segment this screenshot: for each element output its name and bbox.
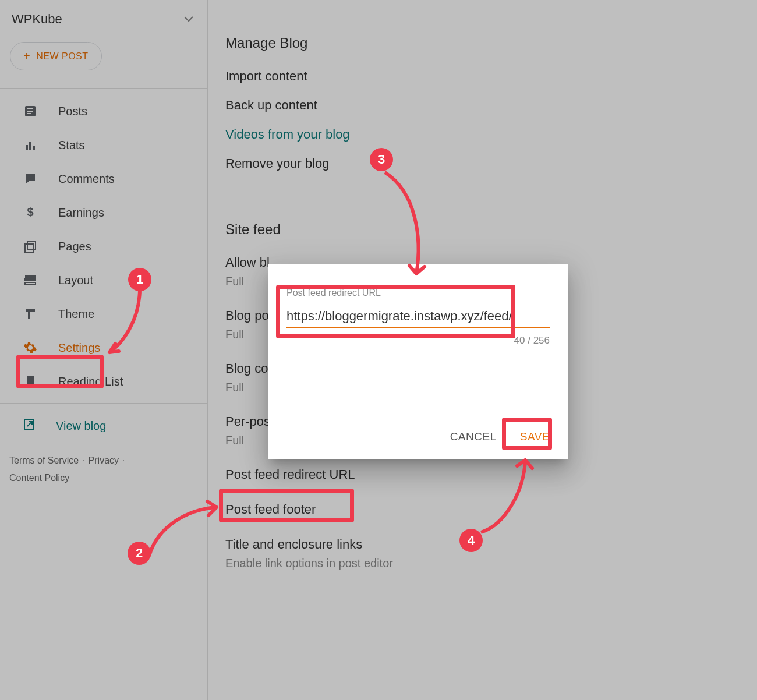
- divider: [0, 88, 207, 89]
- bookmark-icon: [22, 374, 38, 388]
- divider: [0, 403, 207, 404]
- setting-sub: Enable link options in post editor: [225, 557, 393, 570]
- chevron-down-icon: [184, 16, 193, 22]
- plus-icon: +: [23, 50, 30, 63]
- setting-post-feed-footer[interactable]: Post feed footer: [225, 502, 757, 517]
- view-blog-link[interactable]: View blog: [0, 408, 207, 444]
- nav-label: Layout: [58, 274, 93, 287]
- privacy-link[interactable]: Privacy: [89, 455, 119, 465]
- comments-icon: [22, 172, 38, 186]
- site-feed-heading: Site feed: [225, 221, 757, 238]
- dialog-field-label: Post feed redirect URL: [286, 288, 550, 298]
- svg-rect-10: [25, 275, 36, 278]
- blog-title: WPKube: [12, 12, 62, 27]
- nav-list: Posts Stats Comments $ Earnings Pages La…: [0, 94, 207, 398]
- content-policy-link[interactable]: Content Policy: [9, 473, 69, 483]
- dialog-field: Post feed redirect URL 40 / 256: [286, 288, 550, 347]
- setting-label: Post feed footer: [225, 502, 757, 517]
- nav-item-reading-list[interactable]: Reading List: [0, 365, 207, 398]
- nav-label: Stats: [58, 139, 85, 152]
- svg-text:$: $: [27, 206, 33, 218]
- svg-rect-14: [28, 312, 30, 319]
- post-icon: [22, 104, 38, 118]
- pages-icon: [22, 239, 38, 253]
- setting-value: Full: [225, 381, 244, 394]
- setting-title-enclosure[interactable]: Title and enclosure links Enable link op…: [225, 537, 757, 570]
- nav-label: Posts: [58, 105, 87, 118]
- separator-dot: ·: [82, 455, 84, 465]
- nav-item-posts[interactable]: Posts: [0, 94, 207, 128]
- gear-icon: [22, 341, 38, 355]
- nav-item-layout[interactable]: Layout: [0, 263, 207, 297]
- new-post-button[interactable]: + NEW POST: [10, 42, 102, 70]
- terms-link[interactable]: Terms of Service: [9, 455, 79, 465]
- nav-label: Reading List: [58, 375, 123, 388]
- new-post-label: NEW POST: [36, 51, 88, 62]
- svg-rect-4: [26, 145, 28, 150]
- setting-value: Full: [225, 328, 244, 341]
- nav-label: Settings: [58, 341, 100, 355]
- nav-item-earnings[interactable]: $ Earnings: [0, 196, 207, 229]
- nav-item-settings[interactable]: Settings: [0, 331, 207, 365]
- layout-icon: [22, 273, 38, 287]
- nav-label: Earnings: [58, 206, 104, 220]
- svg-rect-9: [25, 244, 33, 252]
- theme-icon: [22, 307, 38, 321]
- videos-link[interactable]: Videos from your blog: [225, 127, 757, 142]
- svg-rect-6: [33, 146, 35, 150]
- nav-label: Pages: [58, 240, 91, 253]
- import-content-link[interactable]: Import content: [225, 69, 757, 84]
- nav-item-stats[interactable]: Stats: [0, 128, 207, 162]
- svg-rect-11: [25, 279, 36, 280]
- nav-item-comments[interactable]: Comments: [0, 162, 207, 196]
- separator-dot: ·: [122, 455, 125, 465]
- save-button[interactable]: SAVE: [520, 430, 550, 443]
- divider: [225, 192, 757, 192]
- external-link-icon: [22, 418, 36, 434]
- post-feed-redirect-dialog: Post feed redirect URL 40 / 256 CANCEL S…: [268, 264, 568, 459]
- svg-rect-5: [29, 142, 31, 150]
- setting-label: Post feed redirect URL: [225, 467, 757, 482]
- cancel-button[interactable]: CANCEL: [450, 430, 497, 443]
- blog-selector[interactable]: WPKube: [0, 0, 207, 36]
- footer-links: Terms of Service·Privacy· Content Policy: [0, 444, 207, 496]
- remove-blog-link[interactable]: Remove your blog: [225, 156, 757, 171]
- nav-item-theme[interactable]: Theme: [0, 297, 207, 331]
- stats-icon: [22, 138, 38, 152]
- dialog-char-counter: 40 / 256: [286, 335, 550, 347]
- backup-content-link[interactable]: Back up content: [225, 98, 757, 113]
- setting-post-feed-redirect[interactable]: Post feed redirect URL: [225, 467, 757, 482]
- setting-value: Full: [225, 434, 244, 447]
- svg-rect-2: [27, 111, 33, 112]
- dialog-actions: CANCEL SAVE: [450, 430, 550, 443]
- svg-rect-12: [25, 282, 36, 285]
- svg-rect-13: [26, 309, 35, 312]
- svg-rect-1: [27, 108, 33, 109]
- view-blog-label: View blog: [56, 419, 106, 433]
- svg-rect-8: [27, 242, 36, 250]
- nav-item-pages[interactable]: Pages: [0, 229, 207, 263]
- setting-label: Title and enclosure links: [225, 537, 757, 552]
- setting-value: Full: [225, 275, 244, 288]
- nav-label: Comments: [58, 172, 115, 186]
- nav-label: Theme: [58, 307, 94, 321]
- svg-rect-3: [27, 113, 31, 114]
- post-feed-redirect-input[interactable]: [286, 306, 550, 328]
- sidebar: WPKube + NEW POST Posts Stats Comments: [0, 0, 208, 700]
- earnings-icon: $: [22, 206, 38, 220]
- manage-blog-heading: Manage Blog: [225, 35, 757, 51]
